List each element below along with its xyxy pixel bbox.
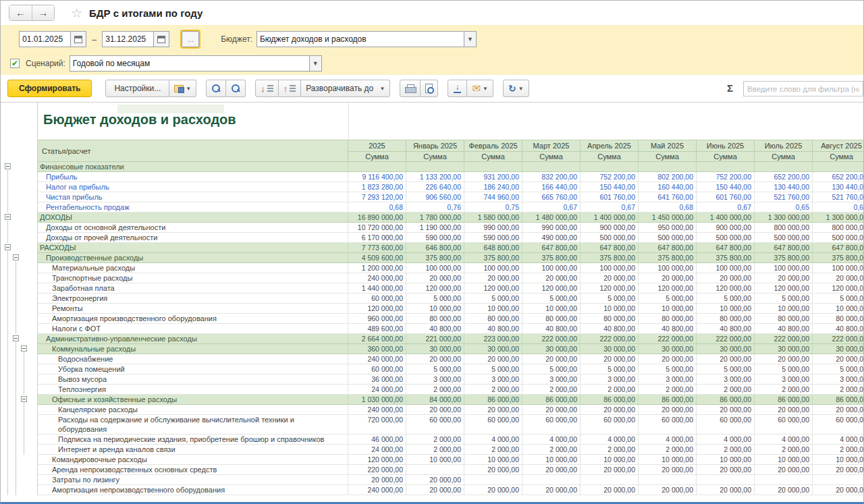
value-cell[interactable]: 100 000,00 [580, 263, 639, 273]
value-cell[interactable]: 60 000,00 [755, 415, 813, 434]
value-cell[interactable]: 1 190 000,00 [406, 223, 464, 232]
value-cell[interactable]: 375 800,00 [580, 253, 639, 262]
row-label-cell[interactable]: Чистая прибыль [38, 192, 348, 202]
value-cell[interactable]: 641 760,00 [639, 192, 697, 202]
value-cell[interactable]: 2 000,00 [639, 385, 697, 394]
value-cell[interactable]: 20 000,00 [464, 485, 522, 495]
value-cell[interactable]: 20 000,00 [639, 273, 697, 283]
value-cell[interactable]: 20 000,00 [464, 354, 522, 364]
value-cell[interactable]: 36 000,00 [348, 374, 406, 384]
value-cell[interactable]: 20 000,00 [522, 465, 580, 474]
value-cell[interactable]: 744 960,00 [464, 192, 522, 202]
value-cell[interactable]: 1 400 000,00 [697, 213, 755, 222]
value-cell[interactable]: 5 000,00 [639, 293, 697, 303]
row-label-cell[interactable]: Канцелярские расходы [38, 405, 348, 414]
value-cell[interactable]: 832 200,00 [522, 172, 580, 181]
value-cell[interactable]: 665 760,00 [522, 192, 580, 202]
value-cell[interactable] [580, 162, 639, 171]
value-cell[interactable]: 5 000,00 [755, 293, 813, 303]
value-cell[interactable]: 2 664 000,00 [348, 334, 406, 343]
value-cell[interactable]: 0,68 [348, 202, 406, 212]
row-label-cell[interactable]: Налоги с ФОТ [38, 324, 348, 333]
value-cell[interactable]: 20 000,00 [697, 273, 755, 283]
print-button[interactable] [400, 80, 421, 97]
search-next-button[interactable] [226, 80, 246, 97]
value-cell[interactable]: 60 000,00 [697, 415, 755, 434]
value-cell[interactable]: 120 000,00 [348, 304, 406, 313]
value-cell[interactable]: 5 000,00 [464, 364, 522, 374]
value-cell[interactable]: 80 000,00 [639, 314, 697, 323]
value-cell[interactable]: 80 000,00 [697, 314, 755, 323]
value-cell[interactable] [406, 465, 464, 474]
value-cell[interactable]: 0,67 [580, 202, 639, 212]
value-cell[interactable]: 20 000,00 [348, 475, 406, 484]
value-cell[interactable]: 5 000,00 [755, 364, 813, 374]
value-cell[interactable]: 1 580 000,00 [464, 213, 522, 222]
value-cell[interactable]: 20 000,00 [755, 273, 813, 283]
value-cell[interactable]: 120 000,00 [813, 283, 863, 293]
value-cell[interactable]: 20 000,00 [580, 405, 639, 414]
value-cell[interactable]: 931 200,00 [464, 172, 522, 181]
value-cell[interactable]: 100 000,00 [755, 263, 813, 273]
value-cell[interactable] [697, 475, 755, 484]
value-cell[interactable]: 10 000,00 [813, 304, 863, 313]
value-cell[interactable]: 40 800,00 [697, 324, 755, 333]
scenario-dropdown-button[interactable]: ▼ [309, 55, 322, 72]
value-cell[interactable]: 590 000,00 [464, 233, 522, 242]
value-cell[interactable]: 46 000,00 [348, 435, 406, 444]
row-label-cell[interactable]: Офисные и хозяйственные расходы [38, 395, 348, 404]
value-cell[interactable]: 120 000,00 [406, 283, 464, 293]
row-label-cell[interactable]: Амортизация производственного оборудован… [38, 314, 348, 323]
value-cell[interactable]: 10 000,00 [697, 455, 755, 464]
value-cell[interactable]: 20 000,00 [464, 465, 522, 474]
value-cell[interactable]: 40 800,00 [755, 324, 813, 333]
forward-button[interactable]: → [32, 5, 54, 20]
scenario-checkbox[interactable]: ✔ [10, 59, 20, 68]
value-cell[interactable]: 60 000,00 [639, 415, 697, 434]
value-cell[interactable]: 10 000,00 [464, 304, 522, 313]
collapse-group-box[interactable] [13, 254, 19, 260]
value-cell[interactable]: 20 000,00 [813, 405, 863, 414]
value-cell[interactable]: 3 000,00 [813, 374, 863, 384]
value-cell[interactable]: 60 000,00 [813, 415, 863, 434]
collapse-group-box[interactable] [5, 244, 11, 250]
value-cell[interactable]: 500 000,00 [580, 233, 639, 242]
value-cell[interactable]: 24 000,00 [348, 385, 406, 394]
row-label-cell[interactable]: Командировочные расходы [38, 455, 348, 464]
value-cell[interactable]: 166 440,00 [522, 182, 580, 192]
value-cell[interactable]: 5 000,00 [406, 293, 464, 303]
value-cell[interactable]: 1 300 000,00 [755, 213, 813, 222]
value-cell[interactable]: 906 560,00 [406, 192, 464, 202]
value-cell[interactable]: 2 000,00 [813, 445, 863, 454]
row-label-cell[interactable]: Прибыль [38, 172, 348, 181]
value-cell[interactable]: 4 000,00 [813, 435, 863, 444]
value-cell[interactable]: 40 800,00 [813, 324, 863, 333]
value-cell[interactable]: 10 000,00 [522, 455, 580, 464]
value-cell[interactable]: 10 000,00 [406, 455, 464, 464]
value-cell[interactable]: 4 509 600,00 [348, 253, 406, 262]
value-cell[interactable] [755, 475, 813, 484]
value-cell[interactable]: 120 000,00 [639, 283, 697, 293]
value-cell[interactable]: 20 000,00 [755, 405, 813, 414]
value-cell[interactable]: 5 000,00 [406, 364, 464, 374]
value-cell[interactable]: 120 000,00 [348, 455, 406, 464]
value-cell[interactable]: 20 000,00 [639, 485, 697, 495]
value-cell[interactable]: 2 000,00 [639, 445, 697, 454]
value-cell[interactable]: 500 000,00 [813, 233, 863, 242]
value-cell[interactable] [755, 162, 813, 171]
value-cell[interactable]: 648 800,00 [464, 243, 522, 252]
column-header[interactable]: Май 2025Сумма [639, 140, 697, 161]
value-cell[interactable]: 130 440,00 [755, 182, 813, 192]
value-cell[interactable]: 3 000,00 [522, 374, 580, 384]
value-cell[interactable]: 2 000,00 [406, 435, 464, 444]
value-cell[interactable]: 86 000,00 [697, 395, 755, 404]
value-cell[interactable]: 20 000,00 [697, 485, 755, 495]
value-cell[interactable]: 7 293 120,00 [348, 192, 406, 202]
value-cell[interactable]: 20 000,00 [580, 273, 639, 283]
value-cell[interactable]: 20 000,00 [580, 354, 639, 364]
value-cell[interactable]: 30 000,00 [697, 344, 755, 354]
value-cell[interactable]: 752 200,00 [580, 172, 639, 181]
value-cell[interactable]: 222 000,00 [755, 334, 813, 343]
value-cell[interactable]: 60 000,00 [406, 415, 464, 434]
value-cell[interactable]: 652 200,00 [813, 172, 863, 181]
